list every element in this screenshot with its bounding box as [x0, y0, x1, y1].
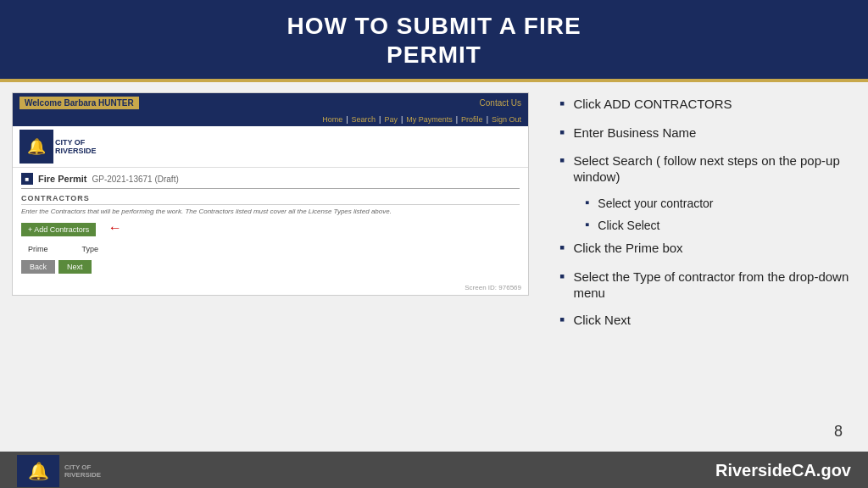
page-title: HOW TO SUBMIT A FIRE PERMIT — [17, 12, 851, 69]
bullet-5: ▪ — [559, 267, 565, 286]
instruction-text-2: Enter Business Name — [573, 125, 696, 141]
instruction-4: ▪ Click the Prime box — [559, 240, 851, 258]
footer-bar: 🔔 CITY OFRIVERSIDE RiversideCA.gov — [0, 452, 868, 488]
main-content: Welcome Barbara HUNTER Contact Us Home |… — [0, 82, 868, 452]
instruction-text-4: Click the Prime box — [573, 240, 682, 257]
add-contractors-row: + Add Contractors ← — [21, 220, 520, 236]
bullet-3a: ▪ — [585, 194, 589, 211]
section-label: CONTRACTORS — [21, 194, 520, 205]
bullet-3: ▪ — [559, 151, 565, 170]
logo-bar: 🔔 CITY OFRIVERSIDE — [13, 126, 528, 168]
helper-text: Enter the Contractors that will be perfo… — [21, 208, 520, 215]
page-header: HOW TO SUBMIT A FIRE PERMIT — [0, 0, 868, 82]
bullet-3b: ▪ — [585, 216, 589, 233]
left-panel: Welcome Barbara HUNTER Contact Us Home |… — [0, 82, 542, 452]
bullet-6: ▪ — [559, 310, 565, 330]
form-nav-buttons: Back Next — [21, 260, 520, 274]
instruction-1: ▪ Click ADD CONTRACTORS — [559, 96, 851, 114]
col-type: Type — [82, 245, 99, 253]
bullet-2: ▪ — [559, 123, 565, 142]
instruction-text-1: Click ADD CONTRACTORS — [573, 96, 732, 113]
instruction-3b: ▪ Click Select — [585, 218, 851, 233]
add-contractors-button[interactable]: + Add Contractors — [21, 223, 96, 236]
instruction-text-6: Click Next — [573, 312, 631, 329]
page-number: 8 — [834, 423, 843, 441]
permit-form: ■ Fire Permit GP-2021-13671 (Draft) CONT… — [13, 168, 528, 279]
nav-top-bar: Welcome Barbara HUNTER Contact Us — [13, 93, 528, 113]
instruction-3a: ▪ Select your contractor — [585, 196, 851, 211]
nav-payments[interactable]: My Payments — [406, 115, 453, 124]
next-button[interactable]: Next — [58, 260, 92, 274]
footer-website: RiversideCA.gov — [715, 461, 851, 480]
bullet-4: ▪ — [559, 238, 565, 258]
instruction-text-5: Select the Type of contractor from the d… — [573, 269, 851, 302]
instruction-text-3: Select Search ( follow next steps on the… — [573, 152, 851, 186]
permit-icon: ■ — [21, 173, 33, 185]
permit-label: Fire Permit — [38, 174, 86, 184]
instruction-text-3b: Click Select — [598, 218, 659, 233]
permit-title-row: ■ Fire Permit GP-2021-13671 (Draft) — [21, 173, 520, 189]
instructions-list: ▪ Click ADD CONTRACTORS ▪ Enter Business… — [559, 96, 851, 330]
footer-logo: 🔔 — [17, 455, 59, 487]
screenshot-mockup: Welcome Barbara HUNTER Contact Us Home |… — [12, 92, 529, 296]
table-header: Prime Type — [28, 245, 520, 253]
nav-pay[interactable]: Pay — [384, 115, 398, 124]
nav-profile[interactable]: Profile — [461, 115, 483, 124]
screen-id: Screen ID: 976569 — [13, 279, 528, 295]
instruction-5: ▪ Select the Type of contractor from the… — [559, 269, 851, 302]
instruction-3: ▪ Select Search ( follow next steps on t… — [559, 152, 851, 186]
nav-home[interactable]: Home — [322, 115, 342, 124]
bullet-1: ▪ — [559, 94, 565, 114]
col-prime: Prime — [28, 245, 48, 253]
footer-city: CITY OFRIVERSIDE — [64, 463, 101, 479]
instruction-2: ▪ Enter Business Name — [559, 125, 851, 142]
riverside-logo: 🔔 — [19, 130, 53, 164]
nav-links-bar: Home | Search | Pay | My Payments | Prof… — [13, 113, 528, 126]
welcome-text: Welcome Barbara HUNTER — [19, 97, 139, 109]
arrow-indicator: ← — [108, 220, 122, 236]
nav-signout[interactable]: Sign Out — [492, 115, 521, 124]
contact-link[interactable]: Contact Us — [480, 98, 521, 108]
instruction-6: ▪ Click Next — [559, 312, 851, 330]
permit-id: GP-2021-13671 (Draft) — [92, 175, 178, 184]
nav-search[interactable]: Search — [352, 115, 376, 124]
instruction-text-3a: Select your contractor — [598, 196, 713, 211]
city-name: CITY OFRIVERSIDE — [55, 138, 97, 155]
right-panel: ▪ Click ADD CONTRACTORS ▪ Enter Business… — [542, 82, 868, 452]
back-button[interactable]: Back — [21, 260, 55, 274]
